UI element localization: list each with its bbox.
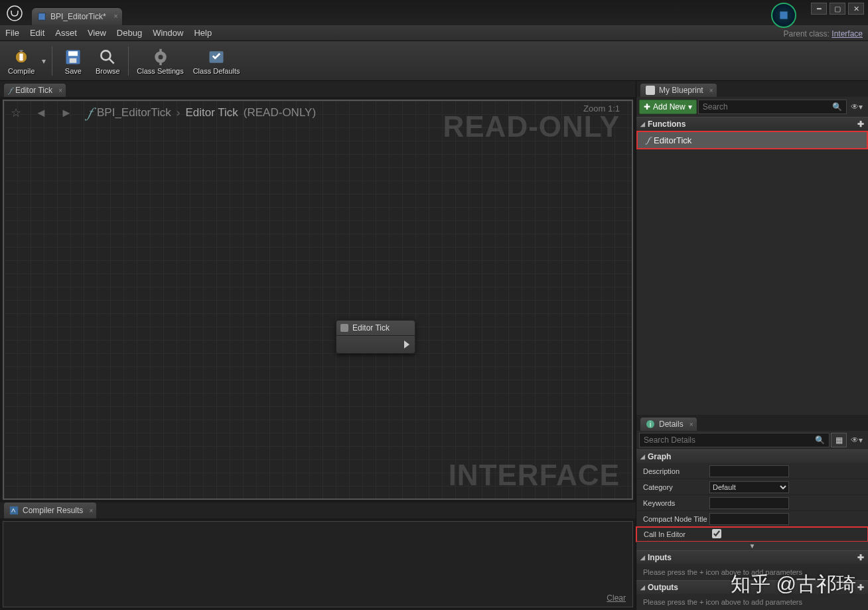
matrix-view-button[interactable]: ▦: [831, 433, 847, 447]
class-defaults-button[interactable]: Class Defaults: [189, 43, 244, 79]
add-input-button[interactable]: ✚: [857, 553, 864, 562]
graph-tab[interactable]: 𝑓 Editor Tick ×: [4, 84, 66, 97]
function-icon: 𝑓: [9, 86, 11, 95]
graph-canvas[interactable]: ☆ ◄ ► 𝑓 BPI_EditorTick › Editor Tick (RE…: [3, 100, 633, 500]
my-blueprint-tab[interactable]: My Blueprint ×: [640, 84, 717, 97]
compiler-results-panel: Clear: [3, 521, 633, 607]
prop-keywords-label: Keywords: [636, 499, 709, 507]
details-search-input[interactable]: [644, 435, 815, 445]
svg-rect-17: [646, 86, 655, 95]
compiler-results-tab[interactable]: Compiler Results ×: [4, 502, 96, 518]
graph-section-header[interactable]: ◢ Graph: [636, 449, 868, 463]
close-icon[interactable]: ×: [90, 507, 94, 514]
clear-button[interactable]: Clear: [607, 593, 626, 603]
svg-rect-13: [159, 62, 162, 65]
close-icon[interactable]: ×: [58, 87, 62, 94]
blueprint-icon: [646, 86, 655, 95]
credit-watermark: 知乎 @古祁琦: [731, 571, 856, 598]
menu-debug[interactable]: Debug: [117, 28, 142, 38]
save-button[interactable]: Save: [56, 43, 90, 79]
details-search[interactable]: 🔍: [639, 433, 830, 447]
close-button[interactable]: ✕: [848, 3, 864, 15]
function-item-editortick[interactable]: 𝑓 EditorTick: [638, 132, 867, 148]
prop-description-label: Description: [636, 467, 709, 475]
chevron-right-icon: ›: [177, 106, 181, 119]
menu-help[interactable]: Help: [194, 28, 212, 38]
expand-advanced-button[interactable]: ▼: [636, 542, 868, 550]
search-icon: 🔍: [832, 102, 842, 112]
close-icon[interactable]: ×: [113, 12, 117, 20]
maximize-button[interactable]: ▢: [830, 3, 845, 15]
close-icon[interactable]: ×: [689, 421, 693, 428]
functions-header[interactable]: ◢ Functions ✚: [636, 117, 868, 131]
nav-back-icon[interactable]: ◄: [32, 105, 50, 121]
collapse-icon: ◢: [640, 554, 645, 561]
exec-pin-icon[interactable]: [404, 341, 409, 348]
details-tab[interactable]: i Details ×: [640, 418, 697, 431]
compile-button[interactable]: Compile: [4, 43, 38, 79]
breadcrumb-root[interactable]: BPI_EditorTick: [97, 106, 171, 119]
breadcrumb-current: Editor Tick: [185, 106, 238, 119]
prop-description-input[interactable]: [709, 465, 789, 477]
inputs-section-header[interactable]: ◢ Inputs ✚: [636, 550, 868, 564]
collapse-icon: ◢: [640, 121, 645, 127]
browse-button[interactable]: Browse: [91, 43, 124, 79]
add-new-button[interactable]: ✚ Add New ▾: [639, 100, 697, 114]
search-icon: 🔍: [815, 435, 825, 445]
menu-edit[interactable]: Edit: [30, 28, 44, 38]
watermark-interface: INTERFACE: [449, 459, 620, 492]
compiler-icon: [9, 506, 19, 515]
zoom-label: Zoom 1:1: [583, 104, 620, 114]
svg-rect-6: [68, 51, 78, 56]
menu-asset[interactable]: Asset: [55, 28, 77, 38]
chevron-down-icon: ▾: [688, 102, 692, 112]
gear-icon: [151, 47, 171, 67]
prop-category-select[interactable]: Default: [709, 481, 789, 493]
view-options-button[interactable]: 👁▾: [848, 433, 865, 447]
collapse-icon: ◢: [640, 453, 645, 460]
search-input[interactable]: [703, 102, 830, 112]
parent-class-link[interactable]: Interface: [832, 29, 863, 38]
watermark-readonly: READ-ONLY: [443, 110, 620, 143]
ue-logo-icon[interactable]: [3, 1, 27, 25]
function-icon: 𝑓: [88, 104, 92, 121]
menu-view[interactable]: View: [88, 28, 106, 38]
function-icon: 𝑓: [647, 135, 650, 145]
window-tab[interactable]: BPI_EditorTick* ×: [32, 8, 122, 25]
window-tab-title: BPI_EditorTick*: [50, 12, 106, 21]
minimize-button[interactable]: ━: [811, 3, 827, 15]
svg-rect-2: [780, 11, 787, 19]
svg-point-8: [102, 50, 111, 60]
readonly-badge: (READ-ONLY): [244, 106, 316, 119]
prop-call-editor-label: Call In Editor: [637, 530, 710, 538]
blueprint-search[interactable]: 🔍: [698, 100, 847, 114]
svg-rect-4: [20, 53, 23, 60]
add-function-button[interactable]: ✚: [857, 119, 864, 129]
prop-category-label: Category: [636, 483, 709, 491]
favorite-icon[interactable]: ☆: [7, 105, 25, 121]
svg-rect-12: [159, 48, 162, 52]
menu-file[interactable]: File: [5, 28, 19, 38]
menu-window[interactable]: Window: [153, 28, 183, 38]
close-icon[interactable]: ×: [709, 87, 713, 94]
blueprint-icon: [37, 12, 46, 21]
info-icon: i: [646, 419, 655, 429]
svg-point-0: [7, 6, 22, 21]
svg-text:i: i: [650, 421, 651, 428]
svg-point-11: [158, 54, 163, 59]
nav-forward-icon[interactable]: ►: [57, 105, 76, 121]
class-settings-button[interactable]: Class Settings: [133, 43, 187, 79]
prop-keywords-input[interactable]: [709, 497, 789, 509]
graph-node[interactable]: Editor Tick: [336, 320, 415, 354]
svg-rect-15: [340, 324, 348, 332]
prop-compact-label: Compact Node Title: [636, 515, 709, 523]
node-title: Editor Tick: [352, 323, 390, 333]
prop-compact-input[interactable]: [709, 513, 789, 525]
compile-dropdown[interactable]: ▾: [40, 43, 48, 79]
status-badge: [771, 3, 796, 28]
prop-call-editor-checkbox[interactable]: [712, 529, 721, 538]
view-options-button[interactable]: 👁▾: [848, 100, 865, 114]
add-output-button[interactable]: ✚: [857, 583, 864, 592]
node-icon: [340, 324, 348, 332]
collapse-icon: ◢: [640, 584, 645, 591]
